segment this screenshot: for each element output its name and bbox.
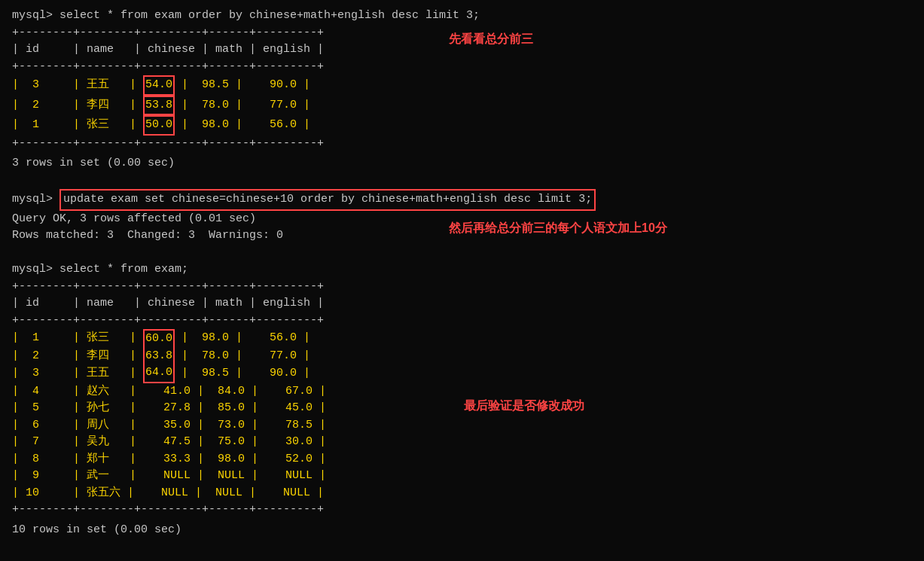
terminal: mysql> select * from exam order by chine… (12, 8, 912, 538)
chinese-highlight-box1: 54.0 (143, 75, 175, 96)
table2-top-border: +--------+--------+---------+------+----… (12, 279, 912, 296)
cmd2: update exam set chinese=chinese+10 order… (63, 193, 592, 206)
prompt1: mysql> (12, 9, 59, 22)
table2-header: | id | name | chinese | math | english | (12, 295, 912, 313)
table2-row7: | 7 | 吴九 | 47.5 | 75.0 | 30.0 | (12, 434, 912, 451)
query1-line: mysql> select * from exam order by chine… (12, 8, 912, 25)
table2-row9: | 9 | 武一 | NULL | NULL | NULL | (12, 468, 912, 485)
chinese-highlight2-box3: 64.0 (143, 364, 175, 383)
table2-row10: | 10 | 张五六 | NULL | NULL | NULL | (12, 485, 912, 502)
chinese-highlight2-box1: 60.0 (143, 329, 175, 348)
table2-row6: | 6 | 周八 | 35.0 | 73.0 | 78.5 | (12, 417, 912, 434)
status3: 10 rows in set (0.00 sec) (12, 522, 912, 539)
table1-row3: | 1 | 张三 | 50.0 | 98.0 | 56.0 | (12, 115, 912, 136)
annotation1: 先看看总分前三 (449, 30, 533, 48)
prompt3: mysql> (12, 263, 59, 276)
table1-row1: | 3 | 王五 | 54.0 | 98.5 | 90.0 | (12, 75, 912, 96)
chinese-highlight-box3: 50.0 (143, 115, 175, 136)
cmd1: select * from exam order by chinese+math… (59, 9, 480, 22)
table2-row2: | 2 | 李四 | 63.8 | 78.0 | 77.0 | (12, 348, 912, 365)
table2-row1: | 1 | 张三 | 60.0 | 98.0 | 56.0 | (12, 329, 912, 348)
cmd3: select * from exam; (59, 263, 188, 276)
query2-section: mysql> update exam set chinese=chinese+1… (12, 189, 912, 211)
table2-row8: | 8 | 郑十 | 33.3 | 98.0 | 52.0 | (12, 451, 912, 468)
prompt2: mysql> (12, 191, 59, 209)
table2-mid-border: +--------+--------+---------+------+----… (12, 313, 912, 330)
table1-mid-border: +--------+--------+---------+------+----… (12, 59, 912, 76)
query1-section: mysql> select * from exam order by chine… (12, 8, 912, 152)
annotation2: 然后再给总分前三的每个人语文加上10分 (449, 219, 667, 237)
table2-bottom-border: +--------+--------+---------+------+----… (12, 502, 912, 519)
query3-section: mysql> select * from exam; +--------+---… (12, 261, 912, 519)
cmd2-box: update exam set chinese=chinese+10 order… (59, 189, 596, 211)
chinese-highlight2-box2: 63.8 (143, 348, 175, 365)
table1-bottom-border: +--------+--------+---------+------+----… (12, 136, 912, 153)
table2-row5: | 5 | 孙七 | 27.8 | 85.0 | 45.0 | (12, 400, 912, 417)
query3-line: mysql> select * from exam; (12, 261, 912, 279)
annotation3: 最后验证是否修改成功 (464, 397, 584, 415)
table2-row4: | 4 | 赵六 | 41.0 | 84.0 | 67.0 | (12, 383, 912, 401)
status1: 3 rows in set (0.00 sec) (12, 155, 912, 172)
chinese-highlight-box2: 53.8 (143, 96, 175, 116)
table2-row3: | 3 | 王五 | 64.0 | 98.5 | 90.0 | (12, 364, 912, 383)
table1-row2: | 2 | 李四 | 53.8 | 78.0 | 77.0 | (12, 96, 912, 116)
